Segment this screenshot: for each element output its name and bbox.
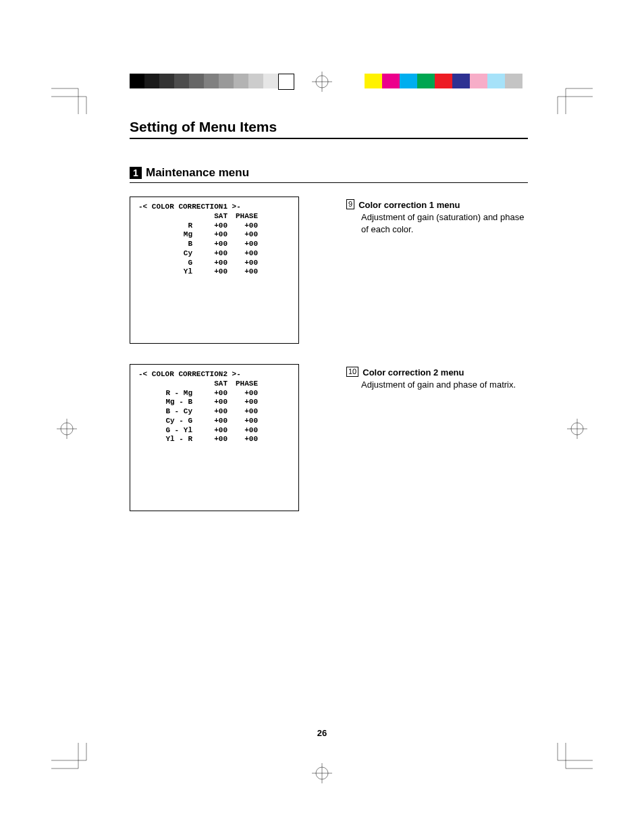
page-title: Setting of Menu Items <box>130 119 528 139</box>
registration-mark-left <box>57 419 77 439</box>
desc-body-1: Adjustment of gain (saturation) and phas… <box>361 211 528 236</box>
swatch <box>435 74 452 88</box>
crop-mark-top-right <box>552 74 593 114</box>
crop-mark-bottom-left <box>51 743 92 783</box>
section-number-box: 1 <box>130 167 142 179</box>
color-bar <box>365 74 522 88</box>
section-heading: 1 Maintenance menu <box>130 166 528 183</box>
color-correction-1-description: 9 Color correction 1 menu Adjustment of … <box>346 197 528 236</box>
item-index-9: 9 <box>346 199 354 209</box>
swatch <box>278 74 294 90</box>
section-subtitle: Maintenance menu <box>146 166 249 180</box>
color-correction-1-box: -< COLOR CORRECTION1 >-SATPHASER+00+00Mg… <box>130 197 299 344</box>
swatch <box>382 74 400 88</box>
page-number: 26 <box>0 728 644 738</box>
swatch <box>189 74 204 88</box>
crop-mark-top-left <box>51 74 92 114</box>
grayscale-color-bar <box>130 74 294 88</box>
swatch <box>219 74 234 88</box>
registration-mark-right <box>567 419 587 439</box>
swatch <box>159 74 174 88</box>
registration-mark-top <box>312 72 332 92</box>
registration-mark-bottom <box>312 763 332 783</box>
swatch <box>263 74 278 88</box>
swatch <box>470 74 487 88</box>
swatch <box>204 74 219 88</box>
desc-body-2: Adjustment of gain and phase of matrix. <box>361 379 528 391</box>
swatch <box>144 74 159 88</box>
swatch <box>487 74 505 88</box>
swatch <box>400 74 417 88</box>
swatch <box>130 74 144 88</box>
swatch <box>234 74 248 88</box>
desc-title-2: Color correction 2 menu <box>363 367 464 379</box>
desc-title-1: Color correction 1 menu <box>358 199 460 211</box>
swatch <box>365 74 382 88</box>
swatch <box>248 74 263 88</box>
color-correction-2-description: 10 Color correction 2 menu Adjustment of… <box>346 364 528 391</box>
item-index-10: 10 <box>346 367 358 377</box>
swatch <box>505 74 522 88</box>
swatch <box>452 74 470 88</box>
swatch <box>174 74 189 88</box>
swatch <box>417 74 435 88</box>
crop-mark-bottom-right <box>552 743 593 783</box>
color-correction-2-box: -< COLOR CORRECTION2 >-SATPHASER - Mg+00… <box>130 364 299 511</box>
